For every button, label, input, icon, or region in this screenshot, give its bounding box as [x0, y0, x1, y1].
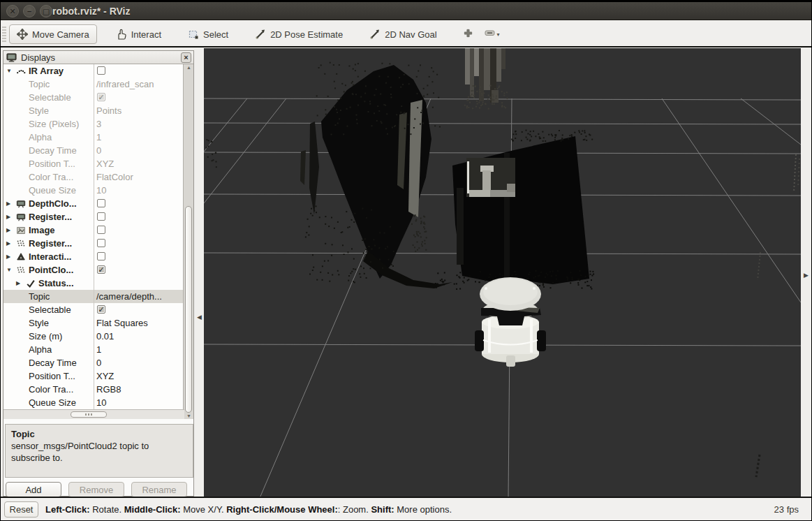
- row-checkbox[interactable]: [97, 212, 105, 221]
- hand-icon: [116, 29, 127, 40]
- tool-2d-pose-estimate[interactable]: 2D Pose Estimate: [247, 24, 350, 44]
- displays-icon: [6, 52, 17, 63]
- scroll-down-arrow-icon[interactable]: ▼: [186, 413, 192, 418]
- row-value[interactable]: /infrared_scan: [96, 78, 154, 91]
- expander-closed-icon[interactable]: ▶: [6, 223, 16, 237]
- property-description-box: Topic sensor_msgs/PointCloud2 topic to s…: [5, 424, 193, 478]
- row-label: Topic: [29, 78, 50, 91]
- horizontal-scrollbar-thumb[interactable]: [71, 411, 107, 418]
- row-label: Queue Size: [29, 184, 76, 197]
- row-checkbox[interactable]: [97, 199, 105, 207]
- row-label: DepthClo...: [29, 197, 77, 210]
- point-cloud-faint-right: [756, 154, 799, 477]
- row-value[interactable]: Points: [96, 104, 121, 117]
- status-help-text-segment: More options.: [394, 504, 452, 515]
- row-value[interactable]: 3: [96, 117, 101, 131]
- tool-2d-nav-goal[interactable]: 2D Nav Goal: [362, 24, 444, 44]
- row-value[interactable]: 10: [96, 396, 106, 409]
- image-icon: [16, 226, 29, 235]
- scan-icon: [16, 66, 29, 76]
- row-label: IR Array: [29, 64, 64, 78]
- tool-interact[interactable]: Interact: [108, 24, 169, 44]
- reset-button[interactable]: Reset: [4, 501, 38, 518]
- status-help-text-segment: Rotate.: [90, 504, 124, 515]
- minimize-window-button[interactable]: –: [23, 5, 36, 17]
- statusbar: Reset Left-Click: Rotate. Middle-Click: …: [1, 497, 811, 520]
- expander-closed-icon[interactable]: ▶: [6, 210, 16, 223]
- row-label: Queue Size: [29, 396, 76, 409]
- displays-panel-header[interactable]: Displays ×: [3, 51, 193, 64]
- maximize-window-button[interactable]: ▢: [40, 5, 52, 17]
- close-window-button[interactable]: ✕: [6, 5, 19, 17]
- description-title: Topic: [11, 428, 187, 440]
- tree-horizontal-scrollbar[interactable]: [3, 409, 184, 419]
- move-camera-icon: [17, 29, 28, 40]
- expander-open-icon[interactable]: ▼: [6, 64, 16, 78]
- vertical-scrollbar-thumb[interactable]: [185, 206, 192, 413]
- displays-panel: Displays × ▼IR ArrayTopic/infrared_scanS…: [3, 50, 194, 497]
- tree-vertical-scrollbar[interactable]: ▲ ▼: [183, 64, 193, 419]
- row-label: Color Tra...: [29, 170, 73, 184]
- row-value[interactable]: 0.01: [96, 330, 114, 343]
- row-value[interactable]: XYZ: [96, 369, 114, 383]
- row-value[interactable]: 1: [96, 343, 101, 356]
- row-checkbox[interactable]: [97, 239, 105, 247]
- tool-move-camera[interactable]: Move Camera: [9, 24, 97, 44]
- row-value[interactable]: 0: [96, 144, 101, 157]
- remove-display-button[interactable]: Remove: [68, 482, 124, 497]
- panel-collapse-arrow-left[interactable]: ◀: [197, 314, 202, 321]
- panel-collapse-arrow-right[interactable]: ▶: [804, 272, 809, 279]
- close-panel-button[interactable]: ×: [181, 52, 191, 63]
- add-display-button[interactable]: Add: [6, 482, 61, 497]
- expander-closed-icon[interactable]: ▶: [6, 237, 16, 250]
- expander-closed-icon[interactable]: ▶: [6, 197, 16, 210]
- status-help-text-segment: Middle-Click:: [124, 504, 181, 515]
- row-value[interactable]: 0: [96, 356, 101, 369]
- expander-closed-icon[interactable]: ▶: [6, 250, 16, 263]
- check-icon: [26, 279, 38, 288]
- row-label: Selectable: [29, 303, 71, 316]
- depthcloud-icon: [16, 212, 29, 222]
- nav-arrow-icon: [369, 29, 381, 40]
- row-value[interactable]: 10: [96, 184, 106, 197]
- robot-model: [475, 277, 546, 367]
- tree-column-divider: [94, 64, 94, 409]
- 3d-viewport[interactable]: [204, 48, 801, 498]
- row-value[interactable]: RGB8: [96, 383, 121, 396]
- rename-display-button[interactable]: Rename: [131, 482, 187, 497]
- row-label: Interacti...: [29, 250, 71, 263]
- tool-label: Select: [203, 29, 228, 40]
- row-checkbox[interactable]: ✓: [97, 93, 105, 101]
- scroll-up-arrow-icon[interactable]: ▲: [186, 65, 192, 70]
- expander-open-icon[interactable]: ▼: [6, 263, 16, 277]
- row-checkbox[interactable]: [97, 66, 105, 75]
- robot-caster: [506, 355, 515, 367]
- tool-label: Interact: [131, 29, 161, 40]
- remove-tool-button[interactable]: ▾: [480, 24, 504, 44]
- robot-right-wheel: [537, 330, 546, 351]
- row-label: Decay Time: [29, 356, 77, 369]
- row-value[interactable]: FlatColor: [96, 170, 133, 184]
- row-label: Size (Pixels): [29, 117, 79, 131]
- displays-tree: ▼IR ArrayTopic/infrared_scanSelectable✓S…: [3, 64, 184, 409]
- titlebar: ✕ – ▢ robot.rviz* - RViz: [1, 1, 811, 20]
- row-value[interactable]: XYZ: [96, 157, 114, 170]
- tool-dropdown-arrow[interactable]: ▾: [497, 31, 500, 38]
- add-tool-button[interactable]: [459, 25, 478, 44]
- row-label: Decay Time: [29, 144, 77, 157]
- row-value[interactable]: Flat Squares: [96, 316, 148, 330]
- row-checkbox[interactable]: ✓: [97, 265, 105, 274]
- row-value[interactable]: 1: [96, 131, 101, 144]
- tool-label: 2D Pose Estimate: [270, 29, 343, 40]
- toolbar-grip[interactable]: [2, 27, 6, 42]
- expander-closed-icon[interactable]: ▶: [16, 277, 26, 290]
- row-value[interactable]: /camera/depth...: [96, 290, 162, 303]
- tool-select[interactable]: Select: [180, 24, 236, 44]
- displays-panel-title: Displays: [21, 52, 55, 63]
- status-help-text: Left-Click: Rotate. Middle-Click: Move X…: [45, 504, 452, 515]
- pose-arrow-icon: [255, 29, 266, 40]
- row-checkbox[interactable]: [97, 226, 105, 234]
- selection-box-icon: [188, 29, 199, 40]
- row-checkbox[interactable]: ✓: [97, 305, 105, 314]
- row-checkbox[interactable]: [97, 252, 105, 260]
